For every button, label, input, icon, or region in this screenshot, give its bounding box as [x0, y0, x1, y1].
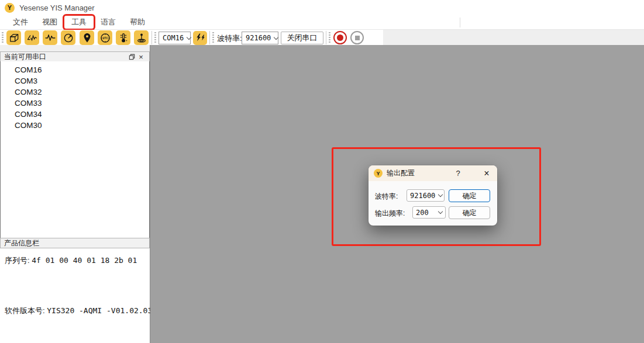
info-panel-title: 产品信息栏 — [4, 238, 39, 248]
toolbar-grip[interactable] — [329, 32, 330, 43]
baud-rate-label: 波特率: — [217, 33, 242, 44]
baud-rate-value: 921600 — [246, 34, 271, 42]
port-select-value: COM16 — [163, 34, 184, 42]
dialog-close-button[interactable]: × — [482, 169, 491, 178]
chevron-down-icon — [438, 192, 443, 197]
close-panel-icon[interactable]: × — [136, 53, 146, 61]
serial-number-line: 序列号: 4f 01 00 40 01 18 2b 01 — [5, 255, 137, 266]
svg-text:UTC: UTC — [102, 36, 108, 39]
product-info-area: 序列号: 4f 01 00 40 01 18 2b 01 软件版本号: YIS3… — [0, 248, 150, 343]
stop-button[interactable] — [350, 31, 364, 44]
location-pin-icon — [81, 32, 93, 44]
toolbar-separator — [209, 31, 210, 44]
restore-icon — [129, 54, 135, 60]
dialog-freq-label: 输出频率: — [375, 209, 405, 219]
dialog-help-button[interactable]: ? — [453, 169, 463, 178]
chevron-down-icon — [274, 34, 278, 39]
pulse-waveform-button[interactable] — [43, 30, 57, 45]
software-version-line: 软件版本号: YIS320 -AQMI -V01.02.03; — [5, 306, 157, 316]
refresh-ports-button[interactable] — [193, 31, 207, 45]
dialog-title: 输出配置 — [387, 168, 449, 178]
app-logo-icon: Y — [5, 3, 15, 13]
port-list-item[interactable]: COM16 — [1, 64, 149, 75]
main-area: Y 输出配置 ? × 波特率: 921600 确定 输出频率: 200 确定 — [150, 45, 644, 343]
menu-file[interactable]: 文件 — [6, 16, 35, 29]
left-dock: 当前可用串口 × COM16 COM3 COM32 COM33 COM34 CO… — [0, 45, 150, 343]
dialog-freq-select[interactable]: 200 — [412, 206, 446, 219]
toolbar-grip[interactable] — [2, 32, 4, 43]
utc-clock-button[interactable]: UTC — [98, 30, 112, 45]
thermometer-icon — [118, 32, 129, 44]
view-3d-cube-button[interactable] — [6, 30, 21, 45]
float-panel-icon[interactable] — [127, 53, 136, 61]
pulse-waveform-icon — [44, 32, 56, 44]
menu-bar: 文件 视图 工具 语言 帮助 — [0, 15, 644, 30]
menu-language[interactable]: 语言 — [94, 16, 123, 29]
menu-view[interactable]: 视图 — [35, 16, 64, 29]
ports-panel-header: 当前可用串口 × — [0, 51, 150, 62]
dialog-freq-value: 200 — [416, 209, 429, 217]
refresh-icon — [194, 32, 206, 44]
toolbar-separator — [151, 31, 152, 44]
software-version-value: YIS320 -AQMI -V01.02.03; — [47, 306, 157, 315]
dialog-baud-ok-button[interactable]: 确定 — [449, 189, 490, 202]
chevron-down-icon — [438, 209, 443, 214]
port-list-item[interactable]: COM34 — [1, 109, 149, 120]
dialog-freq-ok-button[interactable]: 确定 — [449, 206, 490, 219]
port-list-item[interactable]: COM32 — [1, 86, 149, 98]
gauge-icon — [63, 32, 74, 44]
angle-waveform-icon — [26, 32, 38, 44]
baud-rate-select[interactable]: 921600 — [242, 32, 278, 44]
title-bar: Y Yesense YIS Manager — [0, 0, 644, 15]
gauge-button[interactable] — [61, 30, 75, 45]
menu-help[interactable]: 帮助 — [123, 16, 152, 29]
dialog-baud-label: 波特率: — [375, 192, 398, 202]
window-title: Yesense YIS Manager — [19, 4, 95, 12]
stop-icon — [355, 36, 360, 40]
utc-clock-icon: UTC — [99, 32, 111, 44]
port-list-item[interactable]: COM3 — [1, 75, 149, 86]
record-button[interactable] — [333, 31, 347, 44]
port-list-item[interactable]: COM33 — [1, 98, 149, 109]
port-list-item[interactable]: COM30 — [1, 120, 149, 131]
dialog-baud-select[interactable]: 921600 — [407, 189, 445, 202]
serial-number-value: 4f 01 00 40 01 18 2b 01 — [32, 256, 137, 265]
toolbar-grip[interactable] — [154, 32, 156, 43]
cube-3d-icon — [8, 32, 20, 44]
pin-base-button[interactable] — [134, 30, 149, 45]
pin-base-icon — [136, 32, 147, 44]
serial-number-label: 序列号: — [5, 256, 30, 265]
software-version-label: 软件版本号: — [5, 306, 45, 315]
close-serial-port-button[interactable]: 关闭串口 — [281, 32, 323, 44]
output-config-dialog: Y 输出配置 ? × 波特率: 921600 确定 输出频率: 200 确定 — [369, 165, 497, 226]
toolbar: UTC — [0, 30, 644, 46]
toolbar-grip[interactable] — [212, 32, 214, 43]
toolbar-separator — [326, 31, 326, 44]
port-select[interactable]: COM16 — [159, 32, 191, 44]
dialog-title-bar: Y 输出配置 ? × — [369, 165, 497, 181]
dialog-logo-icon: Y — [374, 169, 383, 178]
dialog-baud-value: 921600 — [410, 192, 435, 200]
menu-tools[interactable]: 工具 — [64, 16, 94, 29]
menubar-separator — [460, 18, 460, 27]
thermometer-button[interactable] — [116, 30, 130, 45]
ports-panel-title: 当前可用串口 — [4, 52, 46, 62]
location-button[interactable] — [80, 30, 94, 45]
info-panel-header: 产品信息栏 — [0, 238, 150, 248]
app-window: Y Yesense YIS Manager 文件 视图 工具 语言 帮助 — [0, 0, 644, 343]
angle-waveform-button[interactable] — [25, 30, 39, 45]
record-icon — [337, 34, 343, 41]
